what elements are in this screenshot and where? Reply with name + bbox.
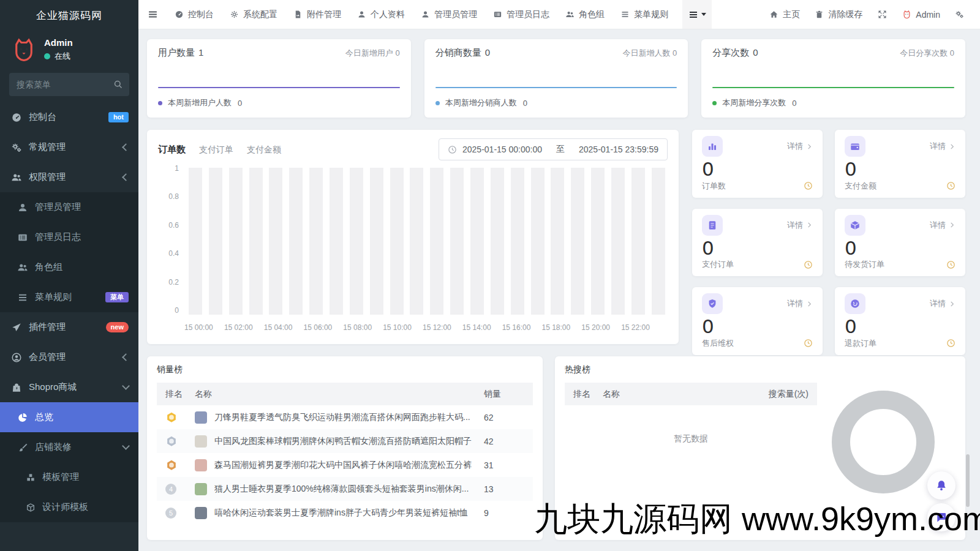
sidebar-item-plugin-mgmt[interactable]: 插件管理 new <box>0 312 138 342</box>
detail-link[interactable]: 详情 <box>930 298 956 309</box>
notification-fab[interactable] <box>927 471 956 500</box>
sidebar-item-role-group[interactable]: 角色组 <box>0 252 138 282</box>
stat-value: 0 <box>485 47 490 58</box>
sidebar-item-dashboard[interactable]: 控制台 hot <box>0 102 138 132</box>
sidebar-item-designer-template[interactable]: 设计师模板 <box>0 492 138 522</box>
rank-number-badge: 5 <box>165 508 176 519</box>
nav-tab-dashboard[interactable]: 控制台 <box>167 0 222 29</box>
sidebar-item-general-mgmt[interactable]: 常规管理 <box>0 132 138 162</box>
stat-card-shares: 分享次数0 今日分享次数 0 本周新增分享次数 0 <box>701 39 965 118</box>
sidebar-search <box>9 73 129 96</box>
clock-icon <box>804 260 813 269</box>
sidebar-item-admin-mgmt[interactable]: 管理员管理 <box>0 192 138 222</box>
product-thumbnail <box>195 459 207 471</box>
nav-home-button[interactable]: 主页 <box>762 0 807 29</box>
sales-rank-card: 销量榜 排名 名称 销量 刀锋男鞋夏季透气防臭飞织运动鞋男潮流百搭休闲网面跑步鞋… <box>147 356 543 540</box>
stat-card-distributors: 分销商数量0 今日新增人数 0 本周新增分销商人数 0 <box>424 39 688 118</box>
date-end[interactable]: 2025-01-15 23:59:59 <box>579 144 658 154</box>
nav-tab-admin-log[interactable]: 管理员日志 <box>485 0 557 29</box>
nav-more-dropdown[interactable] <box>682 0 712 29</box>
sidebar-item-menu-rules[interactable]: 菜单规则 菜单 <box>0 282 138 312</box>
user-circle-icon <box>11 352 22 363</box>
sparkline <box>712 87 954 88</box>
stat-today: 今日新增用户 0 <box>345 48 400 59</box>
sidebar-item-template-mgmt[interactable]: 模板管理 <box>0 462 138 492</box>
date-separator: 至 <box>556 144 565 155</box>
product-thumbnail <box>195 435 207 448</box>
users-icon <box>17 262 28 273</box>
user-name: Admin <box>44 37 73 48</box>
empty-state-text: 暂无数据 <box>565 405 817 473</box>
navbar-right: 主页 清除缓存 Admin <box>762 0 980 29</box>
top-navbar: 控制台 系统配置 附件管理 个人资料 管理员管理 管理员日志 角色组 菜单规则 … <box>138 0 980 29</box>
table-row[interactable]: 刀锋男鞋夏季透气防臭飞织运动鞋男潮流百搭休闲网面跑步鞋大码... 62 <box>157 405 533 429</box>
sidebar-item-shop-decoration[interactable]: 店铺装修 <box>0 432 138 462</box>
product-name: 中国风龙图案棒球帽男潮牌休闲鸭舌帽女潮流百搭防晒遮阳太阳帽子 <box>214 436 472 447</box>
detail-link[interactable]: 详情 <box>930 220 956 231</box>
nav-fullscreen-button[interactable] <box>870 0 895 29</box>
date-start[interactable]: 2025-01-15 00:00:00 <box>462 144 542 154</box>
detail-link[interactable]: 详情 <box>787 298 813 309</box>
week-value: 0 <box>238 99 242 108</box>
nav-tab-attachment-mgmt[interactable]: 附件管理 <box>285 0 349 29</box>
sidebar-item-admin-log[interactable]: 管理员日志 <box>0 222 138 252</box>
bell-icon <box>935 479 948 492</box>
stat-title: 分享次数0 <box>712 47 758 59</box>
summary-label: 订单数 <box>702 181 726 192</box>
stat-today: 今日分享次数 0 <box>900 48 954 59</box>
detail-link[interactable]: 详情 <box>787 220 813 231</box>
nav-tab-role-group[interactable]: 角色组 <box>557 0 612 29</box>
hot-search-title: 热搜榜 <box>565 364 956 375</box>
sales-count: 9 <box>484 508 533 518</box>
tachometer-icon <box>175 10 184 19</box>
summary-label: 待发货订单 <box>845 259 884 270</box>
table-row[interactable]: 5 嘻哈休闲运动套装男士夏季潮牌ins胖子大码青少年男装短裤短袖t恤 9 <box>157 501 533 525</box>
nav-settings-button[interactable] <box>948 0 971 29</box>
tab-order-count[interactable]: 订单数 <box>158 144 186 156</box>
table-row[interactable]: 4 猫人男士睡衣男夏季100%纯棉薄款圆领套头短袖套装男ins潮休闲... 13 <box>157 477 533 501</box>
sidebar-item-overview[interactable]: 总览 <box>0 402 138 432</box>
tab-paid-orders[interactable]: 支付订单 <box>199 144 233 156</box>
detail-link[interactable]: 详情 <box>930 141 956 152</box>
stat-footer: 本周新增分享次数 0 <box>712 97 954 108</box>
summary-card-pending-shipment: 详情 0 待发货订单 <box>835 209 965 277</box>
nav-tab-admin-mgmt[interactable]: 管理员管理 <box>413 0 485 29</box>
chevron-right-icon <box>806 301 813 307</box>
list-icon <box>17 232 28 243</box>
hot-badge: hot <box>108 112 129 122</box>
sidebar: 企业猫源码网 Admin 在线 控制台 hot 常规管理 <box>0 0 138 551</box>
order-chart-xlabels: 15 00:0015 02:0015 04:0015 06:0015 08:00… <box>189 323 665 332</box>
detail-link[interactable]: 详情 <box>787 141 813 152</box>
hamburger-icon <box>148 9 158 20</box>
user-icon <box>357 10 366 19</box>
wallet-icon <box>850 141 861 152</box>
summary-value: 0 <box>702 316 813 338</box>
nav-clear-cache-button[interactable]: 清除缓存 <box>807 0 870 29</box>
product-name: 森马国潮短裤男夏季潮印花大码中国风裤子休闲嘻哈潮流宽松五分裤 <box>214 460 472 471</box>
chevron-left-icon <box>122 143 130 151</box>
bar-chart-icon <box>707 141 718 152</box>
sparkline <box>158 87 400 88</box>
week-value: 0 <box>523 99 527 108</box>
nav-tab-system-config[interactable]: 系统配置 <box>222 0 285 29</box>
nav-tab-profile[interactable]: 个人资料 <box>349 0 413 29</box>
hot-search-table: 排名 名称 搜索量(次) 暂无数据 <box>565 383 817 473</box>
search-input[interactable] <box>9 73 129 96</box>
order-chart-card: 订单数 支付订单 支付金额 2025-01-15 00:00:00 至 2025… <box>147 130 679 344</box>
nav-tab-menu-rules[interactable]: 菜单规则 <box>612 0 676 29</box>
sidebar-toggle-button[interactable] <box>138 0 167 29</box>
date-range-picker[interactable]: 2025-01-15 00:00:00 至 2025-01-15 23:59:5… <box>439 138 668 160</box>
sidebar-item-shopro[interactable]: Shopro商城 <box>0 372 138 402</box>
sidebar-item-permission-mgmt[interactable]: 权限管理 <box>0 162 138 192</box>
sidebar-item-member-mgmt[interactable]: 会员管理 <box>0 342 138 372</box>
user-avatar-cat-logo <box>11 37 37 62</box>
tab-paid-amount[interactable]: 支付金额 <box>247 144 281 156</box>
chevron-right-icon <box>949 301 956 307</box>
summary-card-paid-amount: 详情 0 支付金额 <box>835 130 965 198</box>
user-icon <box>17 202 28 213</box>
tachometer-icon <box>11 112 22 123</box>
table-row[interactable]: 森马国潮短裤男夏季潮印花大码中国风裤子休闲嘻哈潮流宽松五分裤 31 <box>157 453 533 477</box>
table-row[interactable]: 中国风龙图案棒球帽男潮牌休闲鸭舌帽女潮流百搭防晒遮阳太阳帽子 42 <box>157 429 533 453</box>
nav-user-menu[interactable]: Admin <box>895 0 948 29</box>
search-icon[interactable] <box>113 79 123 89</box>
